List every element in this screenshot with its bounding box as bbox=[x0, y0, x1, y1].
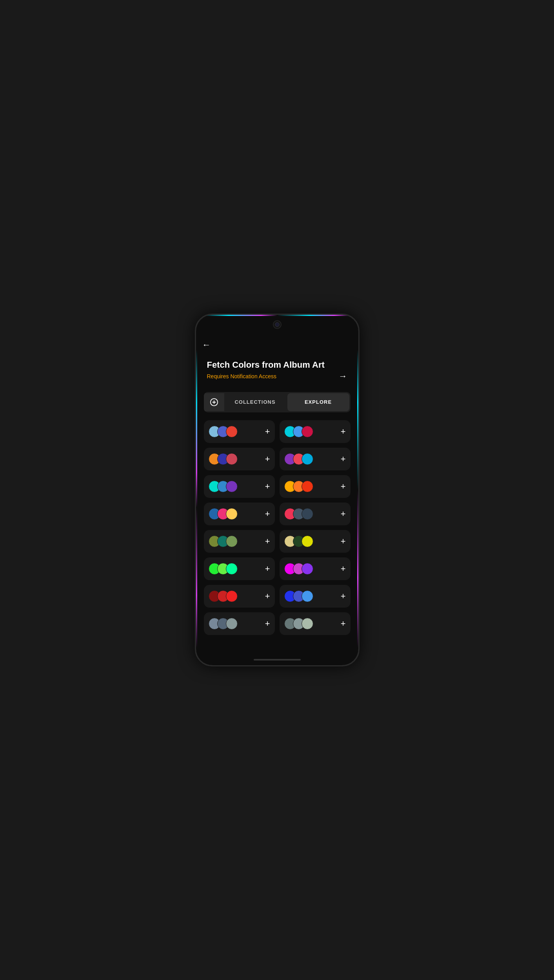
color-circles-group bbox=[209, 618, 238, 630]
color-cards-grid: ++++++++++++++++ bbox=[196, 420, 358, 651]
color-card[interactable]: + bbox=[280, 448, 351, 470]
color-circle bbox=[302, 563, 313, 575]
color-circle bbox=[302, 453, 313, 465]
color-circle bbox=[226, 563, 238, 575]
add-palette-button[interactable]: + bbox=[341, 591, 346, 601]
color-card[interactable]: + bbox=[280, 585, 351, 608]
color-circles-group bbox=[284, 590, 313, 602]
color-circles-group bbox=[284, 453, 313, 465]
color-card[interactable]: + bbox=[204, 612, 275, 635]
add-palette-button[interactable]: + bbox=[265, 454, 270, 464]
add-palette-button[interactable]: + bbox=[341, 564, 346, 574]
color-card[interactable]: + bbox=[204, 503, 275, 525]
add-collection-button[interactable] bbox=[204, 393, 224, 411]
color-card[interactable]: + bbox=[280, 612, 351, 635]
color-circle bbox=[226, 481, 238, 492]
color-circle bbox=[302, 508, 313, 520]
color-circles-group bbox=[284, 508, 313, 520]
color-circles-group bbox=[209, 563, 238, 575]
phone-frame: ← Fetch Colors from Album Art Requires N… bbox=[195, 314, 360, 666]
tabs-row: COLLECTIONS EXPLORE bbox=[204, 392, 351, 412]
color-card[interactable]: + bbox=[204, 557, 275, 580]
tab-collections[interactable]: COLLECTIONS bbox=[224, 393, 286, 411]
phone-glow-left bbox=[196, 315, 197, 665]
color-circle bbox=[302, 535, 313, 547]
color-circles-group bbox=[284, 563, 313, 575]
add-palette-button[interactable]: + bbox=[265, 591, 270, 601]
color-circles-group bbox=[209, 481, 238, 492]
color-circles-group bbox=[284, 618, 313, 630]
color-card[interactable]: + bbox=[204, 585, 275, 608]
color-circle bbox=[226, 426, 238, 437]
color-circles-group bbox=[284, 426, 313, 437]
phone-glow-right bbox=[357, 315, 358, 665]
color-circles-group bbox=[209, 535, 238, 547]
add-palette-button[interactable]: + bbox=[265, 619, 270, 629]
color-circles-group bbox=[209, 426, 238, 437]
add-palette-button[interactable]: + bbox=[341, 509, 346, 519]
color-card[interactable]: + bbox=[204, 448, 275, 470]
screen: ← Fetch Colors from Album Art Requires N… bbox=[196, 315, 358, 665]
color-circle bbox=[302, 481, 313, 492]
color-circle bbox=[226, 618, 238, 630]
camera-notch bbox=[273, 320, 282, 329]
color-circles-group bbox=[284, 535, 313, 547]
add-palette-button[interactable]: + bbox=[341, 426, 346, 437]
color-circle bbox=[302, 426, 313, 437]
add-palette-button[interactable]: + bbox=[265, 509, 270, 519]
header-section: Fetch Colors from Album Art Requires Not… bbox=[196, 353, 358, 389]
color-circle bbox=[226, 508, 238, 520]
color-card[interactable]: + bbox=[204, 530, 275, 553]
color-card[interactable]: + bbox=[204, 475, 275, 498]
color-card[interactable]: + bbox=[204, 420, 275, 443]
add-palette-button[interactable]: + bbox=[265, 564, 270, 574]
add-palette-button[interactable]: + bbox=[341, 619, 346, 629]
color-card[interactable]: + bbox=[280, 475, 351, 498]
color-circle bbox=[226, 535, 238, 547]
color-circles-group bbox=[209, 508, 238, 520]
side-button-power bbox=[358, 428, 360, 452]
color-card[interactable]: + bbox=[280, 557, 351, 580]
color-circles-group bbox=[209, 590, 238, 602]
color-circles-group bbox=[209, 453, 238, 465]
add-palette-button[interactable]: + bbox=[265, 536, 270, 546]
color-card[interactable]: + bbox=[280, 503, 351, 525]
add-palette-button[interactable]: + bbox=[265, 426, 270, 437]
forward-arrow-button[interactable]: → bbox=[339, 371, 347, 381]
color-circle bbox=[226, 590, 238, 602]
page-title: Fetch Colors from Album Art bbox=[207, 359, 347, 371]
color-card[interactable]: + bbox=[280, 530, 351, 553]
home-indicator bbox=[254, 659, 301, 661]
phone-glow-top bbox=[196, 315, 358, 316]
color-circle bbox=[226, 453, 238, 465]
add-palette-button[interactable]: + bbox=[265, 481, 270, 492]
add-palette-button[interactable]: + bbox=[341, 481, 346, 492]
color-circle bbox=[302, 618, 313, 630]
color-circle bbox=[302, 590, 313, 602]
tab-explore[interactable]: EXPLORE bbox=[287, 393, 349, 411]
subtitle: Requires Notification Access bbox=[207, 373, 347, 379]
color-card[interactable]: + bbox=[280, 420, 351, 443]
add-palette-button[interactable]: + bbox=[341, 536, 346, 546]
color-circles-group bbox=[284, 481, 313, 492]
back-button[interactable]: ← bbox=[199, 337, 358, 353]
add-palette-button[interactable]: + bbox=[341, 454, 346, 464]
